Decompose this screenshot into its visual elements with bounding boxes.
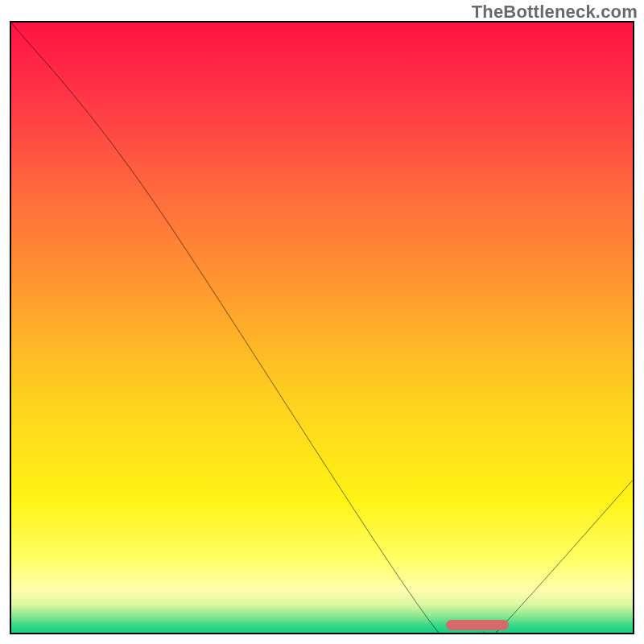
optimal-range-marker xyxy=(446,620,508,630)
bottleneck-curve xyxy=(11,23,633,633)
watermark-text: TheBottleneck.com xyxy=(472,2,638,23)
chart-frame xyxy=(10,21,634,634)
curve-layer xyxy=(11,23,633,633)
chart-inner xyxy=(11,23,633,633)
